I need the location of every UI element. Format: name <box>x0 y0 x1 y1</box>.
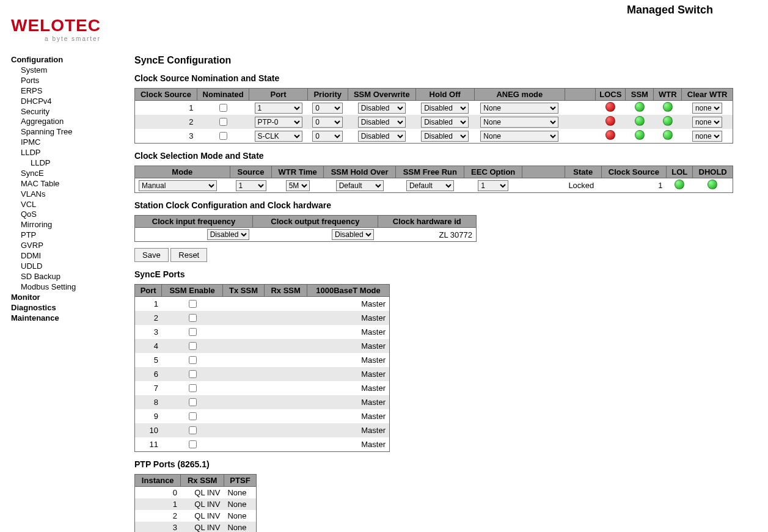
nav-item-spanning-tree[interactable]: Spanning Tree <box>11 127 116 137</box>
ssm-enable-checkbox[interactable] <box>189 356 197 364</box>
logo-main-text: WELOTEC <box>11 17 101 34</box>
ssm-enable-checkbox[interactable] <box>189 412 197 420</box>
nav-item-mac-table[interactable]: MAC Table <box>11 179 116 189</box>
column-header: Priority <box>307 89 348 101</box>
ssm-overwrite-select[interactable]: Disabled <box>358 103 406 114</box>
aneg-mode-select[interactable]: None <box>480 103 558 114</box>
nomination-row: 110DisabledDisabledNonenone <box>135 101 733 115</box>
nav-item-vlans[interactable]: VLANs <box>11 189 116 200</box>
priority-select[interactable]: 0 <box>312 117 343 128</box>
nav-item-mirroring[interactable]: Mirroring <box>11 220 116 230</box>
aneg-mode-select[interactable]: None <box>480 131 558 142</box>
nominated-checkbox[interactable] <box>219 118 227 126</box>
hold-off-select[interactable]: Disabled <box>421 131 469 142</box>
nominated-checkbox[interactable] <box>219 132 227 140</box>
ssm-enable-checkbox[interactable] <box>189 300 197 308</box>
column-header: Clock output frequency <box>253 216 378 228</box>
ssm-hold-over-select[interactable]: Default <box>336 180 384 191</box>
dhold-status-icon <box>708 180 717 189</box>
ptp-row: 0QL INVNone <box>135 487 257 499</box>
ssm-enable-checkbox[interactable] <box>189 370 197 378</box>
clock-input-freq-select[interactable]: Disabled <box>207 229 249 240</box>
nominated-checkbox[interactable] <box>219 104 227 112</box>
column-header: ANEG mode <box>474 89 565 101</box>
nav-item-security[interactable]: Security <box>11 107 116 117</box>
hold-off-select[interactable]: Disabled <box>421 103 469 114</box>
nav-item-ports[interactable]: Ports <box>11 76 116 86</box>
hold-off-select[interactable]: Disabled <box>421 117 469 128</box>
locs-status-icon <box>605 102 615 112</box>
source-select[interactable]: 1 <box>236 180 266 191</box>
nav-item-ddmi[interactable]: DDMI <box>11 251 116 261</box>
nav-item-aggregation[interactable]: Aggregation <box>11 117 116 127</box>
nav-item-monitor[interactable]: Monitor <box>11 293 116 302</box>
ssm-enable-checkbox[interactable] <box>189 398 197 406</box>
nav-item-configuration[interactable]: Configuration <box>11 55 116 64</box>
column-header: Clock input frequency <box>135 216 253 228</box>
ptp-heading: PTP Ports (8265.1) <box>134 459 768 469</box>
mode-select[interactable]: Manual <box>139 180 217 191</box>
nav-item-sd-backup[interactable]: SD Backup <box>11 272 116 282</box>
ssm-free-run-select[interactable]: Default <box>406 180 454 191</box>
wtr-status-icon <box>663 130 673 140</box>
column-header: Rx SSM <box>181 475 224 487</box>
ports-row: 9Master <box>135 409 390 423</box>
column-header: Hold Off <box>415 89 474 101</box>
column-header: SSM Hold Over <box>323 166 395 178</box>
ssm-enable-checkbox[interactable] <box>189 426 197 434</box>
nav-item-lldp[interactable]: LLDP <box>11 148 116 158</box>
nav-item-lldp[interactable]: LLDP <box>11 158 116 169</box>
ssm-overwrite-select[interactable]: Disabled <box>358 117 406 128</box>
ssm-enable-checkbox[interactable] <box>189 440 197 448</box>
nav-item-erps[interactable]: ERPS <box>11 86 116 97</box>
clear-wtr-select[interactable]: none <box>692 103 722 114</box>
ssm-overwrite-select[interactable]: Disabled <box>358 131 406 142</box>
clock-output-freq-select[interactable]: Disabled <box>332 229 374 240</box>
nav-item-maintenance[interactable]: Maintenance <box>11 313 116 322</box>
nav-item-vcl[interactable]: VCL <box>11 200 116 210</box>
ports-row: 7Master <box>135 381 390 395</box>
port-select[interactable]: PTP-0 <box>255 117 302 128</box>
column-header: Source <box>230 166 272 178</box>
nav-item-gvrp[interactable]: GVRP <box>11 241 116 251</box>
logo-tagline: a byte smarter <box>11 35 101 42</box>
page-heading: SyncE Configuration <box>134 55 768 66</box>
clear-wtr-select[interactable]: none <box>692 131 722 142</box>
ports-row: 3Master <box>135 325 390 339</box>
nav-item-synce[interactable]: SyncE <box>11 169 116 179</box>
nav-item-diagnostics[interactable]: Diagnostics <box>11 303 116 312</box>
ssm-enable-checkbox[interactable] <box>189 342 197 350</box>
ports-row: 4Master <box>135 339 390 353</box>
sidebar-nav: ConfigurationSystemPortsERPSDHCPv4Securi… <box>0 43 116 532</box>
nav-item-qos[interactable]: QoS <box>11 210 116 220</box>
ssm-enable-checkbox[interactable] <box>189 328 197 336</box>
nav-item-udld[interactable]: UDLD <box>11 261 116 272</box>
port-select[interactable]: 1 <box>255 103 302 114</box>
reset-button[interactable]: Reset <box>170 248 207 262</box>
nav-item-ptp[interactable]: PTP <box>11 230 116 241</box>
ssm-enable-checkbox[interactable] <box>189 384 197 392</box>
column-header: Tx SSM <box>222 285 264 297</box>
ssm-enable-checkbox[interactable] <box>189 314 197 322</box>
aneg-mode-select[interactable]: None <box>480 117 558 128</box>
priority-select[interactable]: 0 <box>312 103 343 114</box>
nav-item-modbus-setting[interactable]: Modbus Setting <box>11 282 116 293</box>
ptp-row: 3QL INVNone <box>135 522 257 532</box>
column-header: Instance <box>135 475 181 487</box>
column-header: Clock Source <box>135 89 197 101</box>
clear-wtr-select[interactable]: none <box>692 117 722 128</box>
priority-select[interactable]: 0 <box>312 131 343 142</box>
ports-row: 5Master <box>135 353 390 367</box>
column-header: Clock hardware id <box>378 216 476 228</box>
eec-option-select[interactable]: 1 <box>478 180 508 191</box>
nav-item-dhcpv4[interactable]: DHCPv4 <box>11 97 116 107</box>
column-header: SSM Enable <box>162 285 223 297</box>
locs-status-icon <box>605 130 615 140</box>
product-title: Managed Switch <box>627 4 713 16</box>
port-select[interactable]: S-CLK <box>255 131 302 142</box>
nav-item-ipmc[interactable]: IPMC <box>11 137 116 148</box>
save-button[interactable]: Save <box>134 248 169 262</box>
ssm-status-icon <box>635 116 645 126</box>
nav-item-system[interactable]: System <box>11 65 116 76</box>
wtr-time-select[interactable]: 5M <box>286 180 310 191</box>
